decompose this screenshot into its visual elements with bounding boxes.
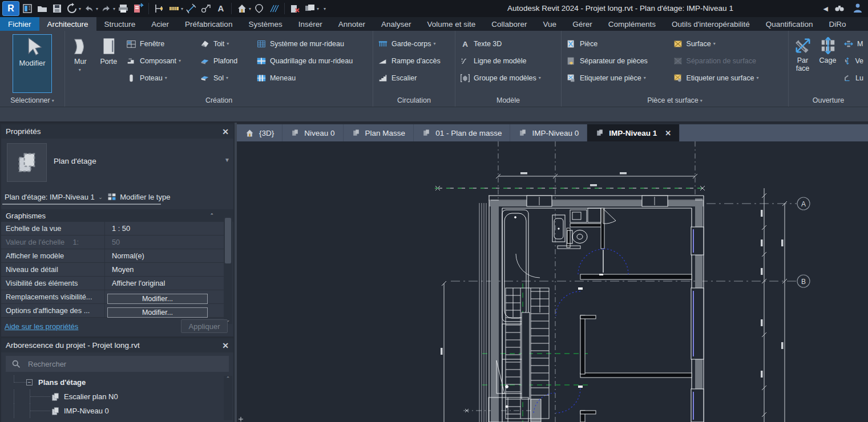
- measure-pin-icon[interactable]: [152, 2, 166, 15]
- properties-close-icon[interactable]: ✕: [222, 127, 229, 136]
- panel-label-select[interactable]: Sélectionner▾: [0, 94, 64, 107]
- property-row[interactable]: Niveau de détail Moyen: [1, 263, 225, 277]
- switch-windows-icon[interactable]: [303, 2, 317, 15]
- tag-room-button[interactable]: Etiqueter une pièce▾: [564, 70, 669, 86]
- room-button[interactable]: Pièce: [564, 35, 669, 52]
- tab-diroots[interactable]: DiRo: [821, 17, 854, 31]
- floor-button[interactable]: Sol▾: [197, 70, 253, 86]
- mullion-button[interactable]: Meneau: [254, 70, 370, 86]
- customize-qat-caret[interactable]: ▾: [324, 6, 326, 11]
- tab-fichier[interactable]: Fichier: [0, 17, 39, 31]
- column-button[interactable]: Poteau▾: [124, 70, 196, 86]
- panel-label-circulation[interactable]: Circulation: [373, 94, 455, 107]
- properties-header[interactable]: Propriétés ✕: [1, 124, 233, 139]
- open-icon[interactable]: [35, 2, 49, 15]
- roof-button[interactable]: Toit▾: [197, 35, 253, 52]
- view-tab-01-plan-de-masse[interactable]: 01 - Plan de masse: [414, 124, 510, 141]
- sync-icon[interactable]: [65, 2, 79, 15]
- edit-type-button[interactable]: Modifier le type: [120, 193, 170, 201]
- property-row[interactable]: Remplacements visibilité... Modifier...: [1, 290, 225, 304]
- save-icon[interactable]: [50, 2, 64, 15]
- scrollbar-thumb[interactable]: [225, 218, 231, 263]
- project-browser-close-icon[interactable]: ✕: [222, 341, 229, 350]
- tab-analyser[interactable]: Analyser: [373, 17, 419, 31]
- tab-collaborer[interactable]: Collaborer: [483, 17, 535, 31]
- type-selector[interactable]: Plan d'étage ▼: [1, 139, 233, 189]
- tab-volume-et-site[interactable]: Volume et site: [419, 17, 484, 31]
- curtain-grid-button[interactable]: Quadrillage du mur-rideau: [254, 52, 370, 69]
- ceiling-button[interactable]: Plafond: [197, 52, 253, 69]
- view-tab-imp-niveau-1[interactable]: IMP-Niveau 1 ✕: [587, 124, 680, 141]
- sync-caret[interactable]: ▾: [79, 6, 81, 11]
- wall-button[interactable]: Mur▾: [67, 33, 94, 94]
- type-selector-caret[interactable]: ▼: [224, 157, 230, 163]
- home-caret[interactable]: ▾: [249, 6, 251, 11]
- user-avatar-icon[interactable]: [852, 2, 865, 15]
- floor-plan-drawing[interactable]: A B: [237, 141, 868, 422]
- tree-node-view[interactable]: IMP-Niveau 0: [1, 404, 233, 418]
- tree-node-floor-plans[interactable]: − Plans d'étage: [1, 375, 233, 389]
- tab-complements[interactable]: Compléments: [600, 17, 664, 31]
- undo-caret[interactable]: ▾: [96, 6, 98, 11]
- close-view-icon[interactable]: ✕: [665, 129, 671, 137]
- component-button[interactable]: Composant▾: [124, 52, 196, 69]
- text-icon[interactable]: [214, 2, 228, 15]
- section-marker-icon[interactable]: [252, 2, 266, 15]
- shaft-opening-button[interactable]: Cage: [815, 33, 840, 94]
- project-browser-header[interactable]: Arborescence du projet - Projet long.rvt…: [1, 338, 233, 352]
- property-row[interactable]: Options d'affichage des ... Modifier...: [1, 304, 225, 318]
- window-button[interactable]: Fenêtre: [124, 35, 196, 52]
- property-row[interactable]: Echelle de la vue 1 : 50: [1, 222, 225, 236]
- aligned-dimension-icon[interactable]: [184, 2, 198, 15]
- panel-label-opening[interactable]: Ouverture: [789, 94, 868, 107]
- tab-architecture[interactable]: Architecture: [39, 17, 96, 31]
- properties-scrollbar[interactable]: ⌄: [224, 216, 232, 324]
- tab-prefabrication[interactable]: Préfabrication: [177, 17, 240, 31]
- view-tab-imp-niveau-0[interactable]: IMP-Niveau 0: [510, 124, 587, 141]
- binoculars-search-icon[interactable]: [834, 2, 846, 15]
- property-row[interactable]: Afficher le modèle Normal(e): [1, 249, 225, 263]
- selector-caret[interactable]: ⌄: [98, 194, 103, 200]
- door-button[interactable]: Porte: [95, 33, 123, 94]
- stair-button[interactable]: Escalier: [376, 70, 453, 86]
- collapse-icon[interactable]: −: [26, 379, 33, 386]
- room-separator-button[interactable]: Séparateur de pièces: [564, 52, 669, 69]
- text3d-button[interactable]: Texte 3D: [458, 35, 559, 52]
- tab-inserer[interactable]: Insérer: [290, 17, 330, 31]
- panel-label-room-area[interactable]: Pièce et surface▾: [562, 94, 788, 107]
- panel-label-creation[interactable]: Création: [65, 94, 373, 107]
- redo-caret[interactable]: ▾: [113, 6, 115, 11]
- browser-search-box[interactable]: [6, 356, 229, 372]
- view-tab-niveau-0[interactable]: Niveau 0: [282, 124, 343, 141]
- graphics-group-header[interactable]: Graphismes⌃: [1, 209, 233, 222]
- tree-node-view[interactable]: Escalier plan N0: [1, 389, 233, 404]
- revit-logo-button[interactable]: R: [2, 1, 19, 16]
- view-tab-plan-masse[interactable]: Plan Masse: [344, 124, 414, 141]
- ui-toggle-icon[interactable]: [21, 2, 34, 15]
- tag-icon[interactable]: [199, 2, 213, 15]
- edit-visibility-button[interactable]: Modifier...: [107, 294, 208, 304]
- dormer-opening-button[interactable]: Lu: [841, 70, 866, 86]
- tab-quantification[interactable]: Quantification: [758, 17, 821, 31]
- search-input[interactable]: [27, 359, 223, 369]
- view-tab-3d[interactable]: {3D}: [237, 124, 282, 141]
- thin-lines-icon[interactable]: [267, 2, 281, 15]
- apply-button[interactable]: Appliquer: [181, 319, 228, 333]
- dimension-icon[interactable]: [167, 2, 181, 15]
- opening-by-face-button[interactable]: Parface: [791, 33, 814, 94]
- model-line-button[interactable]: Ligne de modèle: [458, 52, 559, 69]
- tab-vue[interactable]: Vue: [535, 17, 565, 31]
- default-3d-view-icon[interactable]: [235, 2, 249, 15]
- edit-display-options-button[interactable]: Modifier...: [107, 307, 208, 318]
- print-icon[interactable]: [116, 2, 130, 15]
- export-icon[interactable]: [131, 2, 145, 15]
- modify-button[interactable]: Modifier: [13, 34, 51, 93]
- area-button[interactable]: Surface▾: [671, 35, 786, 52]
- selector-scrollbar[interactable]: [2, 204, 161, 205]
- switch-windows-caret[interactable]: ▾: [317, 6, 319, 11]
- browser-scrollbar[interactable]: ⌃: [224, 376, 232, 420]
- tab-gerer[interactable]: Gérer: [564, 17, 600, 31]
- properties-help-link[interactable]: Aide sur les propriétés: [5, 322, 78, 331]
- undo-icon[interactable]: [82, 2, 96, 15]
- dimension-caret[interactable]: ▾: [181, 6, 183, 11]
